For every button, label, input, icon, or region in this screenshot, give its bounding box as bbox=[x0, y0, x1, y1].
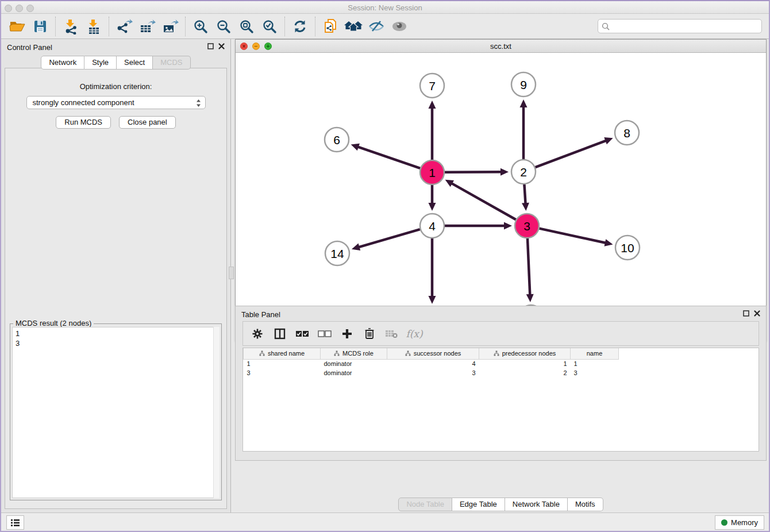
edge-2-to-3[interactable] bbox=[524, 184, 525, 203]
edge-1-to-6[interactable] bbox=[358, 147, 420, 168]
column-header-successor-nodes[interactable]: successor nodes bbox=[387, 348, 479, 359]
add-column-button[interactable] bbox=[338, 324, 356, 344]
zoom-selected-button[interactable] bbox=[258, 16, 281, 37]
zoom-in-icon bbox=[192, 18, 209, 34]
export-network-button[interactable] bbox=[113, 16, 136, 37]
delete-table-button[interactable] bbox=[383, 324, 401, 344]
show-panels-button[interactable] bbox=[388, 16, 411, 37]
zoom-in-button[interactable] bbox=[189, 16, 212, 37]
clone-network-icon bbox=[322, 18, 339, 35]
table-cell[interactable]: 1 bbox=[479, 359, 571, 368]
select-all-button[interactable] bbox=[294, 324, 311, 344]
deselect-all-button[interactable] bbox=[316, 324, 333, 344]
arrowhead-2-to-8 bbox=[604, 137, 613, 144]
panel-divider-handle[interactable] bbox=[229, 267, 234, 279]
close-panel-button[interactable]: Close panel bbox=[119, 116, 176, 129]
export-image-button[interactable] bbox=[159, 16, 182, 37]
hide-panels-button[interactable] bbox=[365, 16, 388, 37]
result-scrollbar[interactable] bbox=[213, 327, 220, 498]
graph-node-4[interactable]: 4 bbox=[420, 214, 444, 238]
graph-node-2[interactable]: 2 bbox=[511, 160, 536, 184]
node-label-2: 2 bbox=[520, 165, 527, 179]
columns-icon bbox=[274, 328, 286, 340]
table-cell[interactable]: 3 bbox=[387, 368, 479, 377]
node-label-1: 1 bbox=[429, 166, 436, 179]
zoom-selected-icon bbox=[261, 18, 278, 34]
table-cell[interactable]: 1 bbox=[244, 359, 321, 368]
edge-4-to-14[interactable] bbox=[359, 229, 419, 247]
edge-3-to-1[interactable] bbox=[452, 183, 516, 219]
import-network-button[interactable] bbox=[59, 16, 82, 37]
toolbar-separator bbox=[315, 17, 315, 36]
zoom-fit-button[interactable] bbox=[235, 16, 258, 37]
search-field[interactable] bbox=[598, 19, 762, 33]
edge-1-to-2[interactable] bbox=[445, 172, 501, 172]
tab-network[interactable]: Network bbox=[41, 56, 84, 70]
node-table[interactable]: shared nameMCDS rolesuccessor nodesprede… bbox=[242, 348, 759, 452]
edge-3-to-10[interactable] bbox=[539, 229, 605, 243]
network-graph-canvas[interactable]: 7968124314101511 bbox=[236, 53, 766, 341]
table-cell[interactable]: 3 bbox=[571, 368, 619, 377]
graph-node-8[interactable]: 8 bbox=[615, 121, 639, 145]
table-row[interactable]: 1dominator411 bbox=[244, 359, 619, 368]
tab-mcds[interactable]: MCDS bbox=[153, 56, 190, 70]
table-row[interactable]: 3dominator323 bbox=[244, 368, 619, 377]
toolbar-separator bbox=[284, 17, 285, 36]
table-cell[interactable]: dominator bbox=[321, 359, 387, 368]
column-header-MCDS-role[interactable]: MCDS role bbox=[321, 348, 387, 359]
attribute-type-icon bbox=[259, 350, 265, 356]
table-settings-button[interactable] bbox=[249, 324, 266, 344]
table-cell[interactable]: 3 bbox=[244, 368, 321, 377]
refresh-layout-button[interactable] bbox=[288, 16, 311, 37]
tab-style[interactable]: Style bbox=[84, 56, 117, 70]
edge-2-to-8[interactable] bbox=[536, 141, 606, 167]
save-floppy-icon bbox=[33, 19, 48, 34]
run-mcds-button[interactable]: Run MCDS bbox=[56, 116, 111, 129]
tab-motifs[interactable]: Motifs bbox=[568, 498, 603, 511]
network-window-titlebar[interactable]: × − + scc.txt bbox=[236, 40, 766, 53]
import-table-button[interactable] bbox=[82, 16, 105, 37]
node-label-4: 4 bbox=[429, 219, 436, 233]
float-panel-icon[interactable] bbox=[743, 310, 749, 317]
search-input[interactable] bbox=[613, 22, 758, 30]
export-table-icon bbox=[138, 18, 156, 34]
table-cell[interactable]: dominator bbox=[321, 368, 387, 377]
graph-node-10[interactable]: 10 bbox=[615, 236, 640, 260]
save-session-button[interactable] bbox=[29, 16, 52, 37]
trash-icon bbox=[364, 327, 375, 340]
graph-node-9[interactable]: 9 bbox=[511, 72, 536, 97]
close-panel-icon[interactable] bbox=[218, 43, 225, 49]
unchecked-boxes-icon bbox=[318, 330, 332, 337]
float-panel-icon[interactable] bbox=[207, 43, 214, 49]
open-session-button[interactable] bbox=[6, 16, 29, 37]
delete-column-button[interactable] bbox=[361, 324, 378, 344]
graph-node-1[interactable]: 1 bbox=[420, 160, 444, 184]
mcds-result-text[interactable]: 1 3 bbox=[12, 327, 220, 498]
graph-node-3[interactable]: 3 bbox=[515, 214, 539, 238]
tab-select[interactable]: Select bbox=[117, 56, 153, 70]
tab-network-table[interactable]: Network Table bbox=[505, 498, 568, 511]
task-history-button[interactable] bbox=[6, 515, 24, 530]
graph-node-7[interactable]: 7 bbox=[420, 74, 444, 98]
tab-node-table[interactable]: Node Table bbox=[398, 498, 452, 511]
graph-node-6[interactable]: 6 bbox=[325, 128, 349, 152]
home-button[interactable] bbox=[342, 16, 365, 37]
table-cell[interactable]: 1 bbox=[571, 359, 619, 368]
show-columns-button[interactable] bbox=[271, 324, 288, 344]
function-builder-button[interactable]: f(x) bbox=[406, 324, 423, 344]
column-header-predecessor-nodes[interactable]: predecessor nodes bbox=[479, 348, 571, 359]
close-panel-icon[interactable] bbox=[754, 310, 760, 317]
edge-3-to-11[interactable] bbox=[528, 238, 530, 295]
table-cell[interactable]: 2 bbox=[479, 368, 571, 377]
zoom-out-button[interactable] bbox=[212, 16, 235, 37]
table-cell[interactable]: 4 bbox=[387, 359, 479, 368]
column-header-name[interactable]: name bbox=[571, 348, 619, 359]
graph-node-14[interactable]: 14 bbox=[325, 241, 349, 265]
optimization-criterion-dropdown[interactable]: strongly connected component bbox=[26, 96, 206, 109]
column-header-shared-name[interactable]: shared name bbox=[244, 348, 321, 359]
memory-button[interactable]: Memory bbox=[715, 515, 764, 530]
delete-table-icon bbox=[385, 329, 399, 338]
clone-network-button[interactable] bbox=[319, 16, 342, 37]
export-table-button[interactable] bbox=[136, 16, 159, 37]
tab-edge-table[interactable]: Edge Table bbox=[452, 498, 505, 511]
